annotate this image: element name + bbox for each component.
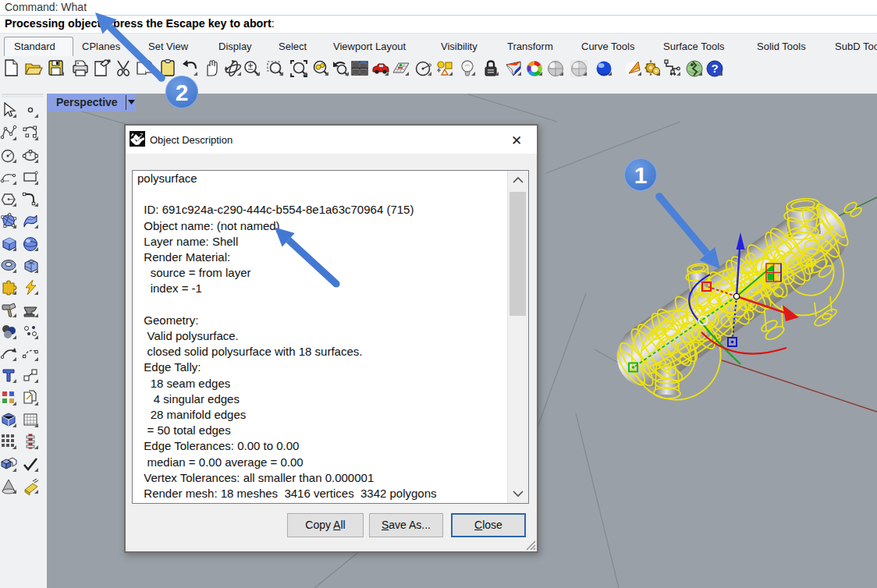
svg-text:7: 7	[140, 132, 144, 139]
svg-text:?: ?	[711, 62, 718, 75]
